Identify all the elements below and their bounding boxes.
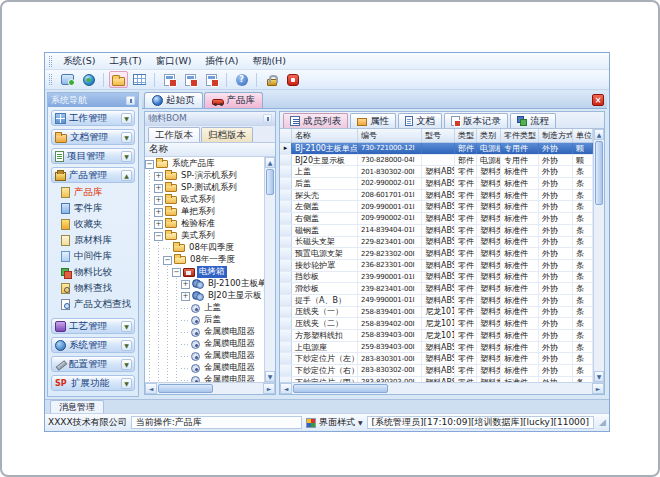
nav-group-header[interactable]: 文档管理▼ [51,129,135,145]
expand-icon[interactable]: + [181,280,190,289]
drag-grip[interactable] [49,56,52,67]
tree-node[interactable]: 金属膜电阻器 [145,362,264,374]
tree-node[interactable]: −电烤箱 [145,266,264,278]
nav-item[interactable]: 物料比较 [58,265,135,280]
table-row[interactable]: 挡纱板239-990001-01I塑料ABS零件塑料类标准件外协条 [280,272,593,284]
pin-icon[interactable] [126,96,135,105]
table-row[interactable]: 右侧盖209-990002-01I塑料ABS零件塑料类标准件外协条 [280,213,593,225]
toolbar-button-grid[interactable] [130,71,149,88]
table-row[interactable]: 长磁头支架229-823401-00I塑料ABS零件塑料类标准件外协条 [280,237,593,249]
scroll-up-icon[interactable]: ▲ [594,129,604,140]
scrollbar-thumb[interactable] [158,384,213,393]
table-row[interactable]: ▸BJ-2100主板单点730-721000-12I部件电源板专用件外协颗 [280,143,593,155]
table-row[interactable]: 压线夹（二）258-839402-00I尼龙1010零件塑料类标准件外协条 [280,318,593,330]
collapse-icon[interactable]: − [145,160,154,169]
column-header[interactable]: 单位 [573,129,593,142]
scrollbar-thumb[interactable] [293,384,388,393]
tab-message-manager[interactable]: 消息管理 [50,400,104,413]
version-tab[interactable]: 归档版本 [201,127,253,142]
members-tab[interactable]: 版本记录 [444,113,508,128]
toolbar-button-report2[interactable] [181,71,200,88]
toolbar-button-screen[interactable] [58,71,77,88]
scrollbar-thumb[interactable] [595,141,603,205]
members-tab[interactable]: 成员列表 [283,113,348,128]
table-row[interactable]: 上盖201-830302-00I塑料ABS零件塑料类标准件外协条 [280,166,593,178]
scroll-down-icon[interactable]: ▼ [594,371,604,382]
tree-vertical-scrollbar[interactable]: ▲ ▼ [264,157,275,382]
members-tab[interactable]: 流程 [510,113,556,128]
toolbar-button-help[interactable] [232,71,251,88]
tree-column-header[interactable]: 名称 [145,143,275,157]
nav-group-header[interactable]: 产品管理▲ [51,167,135,183]
toolbar-button-report3[interactable] [202,71,221,88]
toolbar-button-lock[interactable] [262,71,281,88]
interface-style-button[interactable]: 界面样式 ▼ [306,416,363,429]
members-tab[interactable]: 属性 [350,113,396,128]
expand-icon[interactable]: + [154,184,163,193]
chevron-up-icon[interactable]: ▲ [121,170,132,181]
toolbar-button-report1[interactable] [160,71,179,88]
toolbar-button-folder[interactable] [109,71,128,88]
document-tab[interactable]: 产品库 [204,92,264,108]
tree-node[interactable]: +BJ-2100主板单点 [145,278,264,290]
menu-item[interactable]: 系统(S) [56,54,102,67]
menu-item[interactable]: 插件(A) [198,54,245,67]
collapse-icon[interactable]: − [154,232,163,241]
chevron-down-icon[interactable]: ▼ [121,359,132,370]
collapse-icon[interactable]: − [172,268,181,277]
tree-node[interactable]: +BJ20主显示板 [145,290,264,302]
tree-node[interactable]: −美式系列 [145,230,264,242]
scroll-down-icon[interactable]: ▼ [265,371,275,382]
members-tab[interactable]: 文档 [398,113,442,128]
tree-node[interactable]: 金属膜电阻器 [145,326,264,338]
tree-node[interactable]: 金属膜电阻器 [145,350,264,362]
column-header[interactable]: 制造方式 [539,129,573,142]
nav-item[interactable]: 产品库 [58,185,135,200]
expand-icon[interactable]: + [154,172,163,181]
close-icon[interactable]: × [592,94,604,106]
chevron-down-icon[interactable]: ▼ [121,378,132,389]
collapse-icon[interactable]: − [163,256,172,265]
menu-item[interactable]: 工具(T) [102,54,148,67]
tree-horizontal-scrollbar[interactable]: ◄ ► [145,382,275,394]
column-header[interactable]: 型号 [422,129,455,142]
tree-node[interactable]: −08年一季度 [145,254,264,266]
nav-item[interactable]: 产品文档查找 [58,297,135,312]
scroll-left-icon[interactable]: ◄ [145,383,157,394]
table-row[interactable]: 接纱轮护罩236-823301-00I塑料ABS零件塑料类标准件外协条 [280,260,593,272]
table-row[interactable]: 下纱定位片（右）283-830302-00I塑料ABS零件塑料类标准件外协条 [280,365,593,377]
tree-node[interactable]: +SP-测试机系列 [145,182,264,194]
toolbar-button-globe[interactable] [79,71,98,88]
tree-node[interactable]: 金属膜电阻器 [145,338,264,350]
table-row[interactable]: 提手（A、B）249-990001-01I塑料ABS零件塑料类标准件外协条 [280,295,593,307]
table-vertical-scrollbar[interactable]: ▲ ▼ [593,129,604,382]
table-row[interactable]: 滑纱板239-823401-00I塑料ABS零件塑料类标准件外协条 [280,283,593,295]
tree-node[interactable]: −系统产品库 [145,158,264,170]
scrollbar-thumb[interactable] [266,169,274,195]
drag-grip[interactable] [49,74,52,85]
pin-icon[interactable] [263,114,272,123]
tree-node[interactable]: +检验标准 [145,218,264,230]
column-header[interactable]: 编号 [358,129,422,142]
table-row[interactable]: 压线夹（一）258-839401-00I尼龙1010零件塑料类标准件外协条 [280,307,593,319]
tree-node[interactable]: +单把系列 [145,206,264,218]
chevron-down-icon[interactable]: ▼ [121,132,132,143]
toolbar-button-exit[interactable] [283,71,302,88]
nav-item[interactable]: 原材料库 [58,233,135,248]
chevron-down-icon[interactable]: ▼ [121,113,132,124]
column-header[interactable]: 类别 [477,129,501,142]
table-row[interactable]: 左侧盖209-990001-01I塑料ABS零件塑料类标准件外协条 [280,201,593,213]
menu-item[interactable]: 窗口(W) [149,54,199,67]
nav-group-header[interactable]: 工作管理▼ [51,110,135,126]
nav-group-header[interactable]: 工艺管理▼ [51,318,135,334]
table-row[interactable]: 上电源座259-839403-00I塑料ABS零件塑料类标准件外协条 [280,342,593,354]
expand-icon[interactable]: + [154,208,163,217]
tree-node[interactable]: 金属膜电阻器 [145,374,264,382]
nav-group-header[interactable]: 配置管理▼ [51,356,135,372]
tree-node[interactable]: +SP-演示机系列 [145,170,264,182]
table-row[interactable]: 磁钢盖214-839404-01I塑料ABS零件塑料类标准件外协条 [280,225,593,237]
version-tab[interactable]: 工作版本 [148,127,200,142]
resize-grip[interactable]: ◢ [599,418,606,427]
scroll-left-icon[interactable]: ◄ [280,383,292,394]
expand-icon[interactable]: + [154,220,163,229]
